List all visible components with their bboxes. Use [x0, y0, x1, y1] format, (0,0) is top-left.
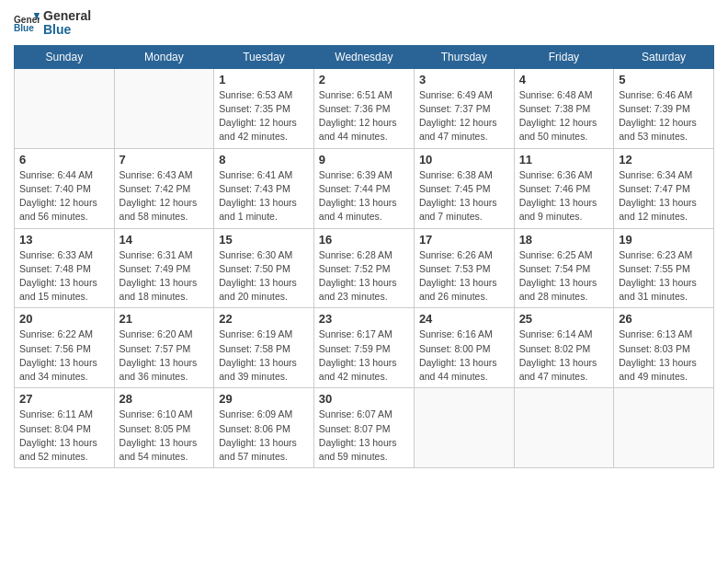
- day-info: Sunrise: 6:30 AM Sunset: 7:50 PM Dayligh…: [219, 248, 309, 304]
- calendar-cell: [514, 388, 614, 468]
- day-info: Sunrise: 6:46 AM Sunset: 7:39 PM Dayligh…: [619, 88, 709, 144]
- day-info: Sunrise: 6:10 AM Sunset: 8:05 PM Dayligh…: [119, 408, 210, 464]
- day-number: 8: [219, 153, 309, 167]
- day-number: 25: [519, 312, 609, 326]
- day-number: 28: [119, 392, 210, 406]
- day-number: 6: [19, 153, 109, 167]
- calendar-cell: 24Sunrise: 6:16 AM Sunset: 8:00 PM Dayli…: [414, 308, 514, 388]
- svg-text:Blue: Blue: [14, 24, 34, 34]
- logo-blue: Blue: [43, 23, 91, 37]
- calendar-cell: 25Sunrise: 6:14 AM Sunset: 8:02 PM Dayli…: [514, 308, 614, 388]
- day-number: 11: [519, 153, 609, 167]
- day-number: 5: [619, 73, 709, 86]
- weekday-header-monday: Monday: [114, 45, 214, 68]
- weekday-header-tuesday: Tuesday: [214, 45, 314, 68]
- day-number: 3: [419, 73, 509, 86]
- day-info: Sunrise: 6:41 AM Sunset: 7:43 PM Dayligh…: [219, 168, 309, 224]
- calendar-cell: 5Sunrise: 6:46 AM Sunset: 7:39 PM Daylig…: [614, 68, 714, 148]
- day-number: 9: [319, 153, 409, 167]
- calendar-cell: 26Sunrise: 6:13 AM Sunset: 8:03 PM Dayli…: [614, 308, 714, 388]
- week-row-3: 13Sunrise: 6:33 AM Sunset: 7:48 PM Dayli…: [15, 228, 714, 308]
- day-number: 4: [519, 73, 609, 86]
- calendar-cell: 20Sunrise: 6:22 AM Sunset: 7:56 PM Dayli…: [15, 308, 115, 388]
- day-info: Sunrise: 6:39 AM Sunset: 7:44 PM Dayligh…: [319, 168, 409, 224]
- day-number: 29: [219, 392, 309, 406]
- day-info: Sunrise: 6:17 AM Sunset: 7:59 PM Dayligh…: [319, 327, 409, 384]
- calendar-cell: 2Sunrise: 6:51 AM Sunset: 7:36 PM Daylig…: [313, 68, 414, 148]
- day-number: 16: [319, 233, 409, 247]
- day-info: Sunrise: 6:34 AM Sunset: 7:47 PM Dayligh…: [619, 168, 709, 224]
- calendar-cell: [414, 388, 514, 468]
- logo: General Blue General Blue: [14, 9, 91, 38]
- day-info: Sunrise: 6:51 AM Sunset: 7:36 PM Dayligh…: [319, 88, 409, 144]
- weekday-header-row: SundayMondayTuesdayWednesdayThursdayFrid…: [15, 45, 714, 68]
- logo-icon: General Blue: [14, 10, 40, 36]
- day-number: 13: [19, 233, 109, 247]
- week-row-5: 27Sunrise: 6:11 AM Sunset: 8:04 PM Dayli…: [15, 388, 714, 468]
- day-info: Sunrise: 6:43 AM Sunset: 7:42 PM Dayligh…: [119, 168, 210, 224]
- day-number: 14: [119, 233, 210, 247]
- day-info: Sunrise: 6:38 AM Sunset: 7:45 PM Dayligh…: [419, 168, 509, 224]
- day-number: 2: [319, 73, 409, 86]
- day-number: 22: [219, 312, 309, 326]
- calendar-cell: 6Sunrise: 6:44 AM Sunset: 7:40 PM Daylig…: [15, 148, 115, 228]
- calendar-cell: 23Sunrise: 6:17 AM Sunset: 7:59 PM Dayli…: [313, 308, 414, 388]
- day-number: 20: [19, 312, 109, 326]
- calendar-cell: 16Sunrise: 6:28 AM Sunset: 7:52 PM Dayli…: [313, 228, 414, 308]
- calendar-cell: 8Sunrise: 6:41 AM Sunset: 7:43 PM Daylig…: [214, 148, 314, 228]
- day-number: 1: [219, 73, 309, 86]
- day-info: Sunrise: 6:28 AM Sunset: 7:52 PM Dayligh…: [319, 248, 409, 304]
- weekday-header-wednesday: Wednesday: [313, 45, 414, 68]
- day-info: Sunrise: 6:19 AM Sunset: 7:58 PM Dayligh…: [219, 327, 309, 384]
- calendar-cell: 29Sunrise: 6:09 AM Sunset: 8:06 PM Dayli…: [214, 388, 314, 468]
- day-number: 17: [419, 233, 509, 247]
- day-number: 23: [319, 312, 409, 326]
- day-number: 7: [119, 153, 210, 167]
- day-info: Sunrise: 6:26 AM Sunset: 7:53 PM Dayligh…: [419, 248, 509, 304]
- day-info: Sunrise: 6:11 AM Sunset: 8:04 PM Dayligh…: [19, 408, 109, 464]
- calendar-cell: 27Sunrise: 6:11 AM Sunset: 8:04 PM Dayli…: [15, 388, 115, 468]
- calendar-cell: 3Sunrise: 6:49 AM Sunset: 7:37 PM Daylig…: [414, 68, 514, 148]
- calendar-cell: 12Sunrise: 6:34 AM Sunset: 7:47 PM Dayli…: [614, 148, 714, 228]
- day-number: 24: [419, 312, 509, 326]
- calendar-cell: 7Sunrise: 6:43 AM Sunset: 7:42 PM Daylig…: [114, 148, 214, 228]
- day-info: Sunrise: 6:33 AM Sunset: 7:48 PM Dayligh…: [19, 248, 109, 304]
- weekday-header-friday: Friday: [514, 45, 614, 68]
- calendar-cell: 1Sunrise: 6:53 AM Sunset: 7:35 PM Daylig…: [214, 68, 314, 148]
- day-info: Sunrise: 6:09 AM Sunset: 8:06 PM Dayligh…: [219, 408, 309, 464]
- calendar-cell: 10Sunrise: 6:38 AM Sunset: 7:45 PM Dayli…: [414, 148, 514, 228]
- day-info: Sunrise: 6:23 AM Sunset: 7:55 PM Dayligh…: [619, 248, 709, 304]
- calendar-cell: [114, 68, 214, 148]
- day-info: Sunrise: 6:53 AM Sunset: 7:35 PM Dayligh…: [219, 88, 309, 144]
- day-number: 10: [419, 153, 509, 167]
- day-info: Sunrise: 6:20 AM Sunset: 7:57 PM Dayligh…: [119, 327, 210, 384]
- calendar-cell: 13Sunrise: 6:33 AM Sunset: 7:48 PM Dayli…: [15, 228, 115, 308]
- week-row-1: 1Sunrise: 6:53 AM Sunset: 7:35 PM Daylig…: [15, 68, 714, 148]
- day-number: 26: [619, 312, 709, 326]
- day-number: 12: [619, 153, 709, 167]
- weekday-header-thursday: Thursday: [414, 45, 514, 68]
- calendar-cell: 19Sunrise: 6:23 AM Sunset: 7:55 PM Dayli…: [614, 228, 714, 308]
- day-number: 18: [519, 233, 609, 247]
- week-row-2: 6Sunrise: 6:44 AM Sunset: 7:40 PM Daylig…: [15, 148, 714, 228]
- day-info: Sunrise: 6:22 AM Sunset: 7:56 PM Dayligh…: [19, 327, 109, 384]
- day-number: 30: [319, 392, 409, 406]
- day-number: 15: [219, 233, 309, 247]
- day-info: Sunrise: 6:49 AM Sunset: 7:37 PM Dayligh…: [419, 88, 509, 144]
- calendar-cell: [15, 68, 115, 148]
- calendar-cell: 11Sunrise: 6:36 AM Sunset: 7:46 PM Dayli…: [514, 148, 614, 228]
- calendar-cell: 15Sunrise: 6:30 AM Sunset: 7:50 PM Dayli…: [214, 228, 314, 308]
- calendar-cell: 21Sunrise: 6:20 AM Sunset: 7:57 PM Dayli…: [114, 308, 214, 388]
- calendar-table: SundayMondayTuesdayWednesdayThursdayFrid…: [14, 45, 714, 468]
- logo-general: General: [43, 9, 91, 23]
- calendar-cell: 4Sunrise: 6:48 AM Sunset: 7:38 PM Daylig…: [514, 68, 614, 148]
- calendar-cell: 30Sunrise: 6:07 AM Sunset: 8:07 PM Dayli…: [313, 388, 414, 468]
- day-info: Sunrise: 6:44 AM Sunset: 7:40 PM Dayligh…: [19, 168, 109, 224]
- day-info: Sunrise: 6:13 AM Sunset: 8:03 PM Dayligh…: [619, 327, 709, 384]
- calendar-cell: 14Sunrise: 6:31 AM Sunset: 7:49 PM Dayli…: [114, 228, 214, 308]
- calendar-cell: 17Sunrise: 6:26 AM Sunset: 7:53 PM Dayli…: [414, 228, 514, 308]
- day-info: Sunrise: 6:14 AM Sunset: 8:02 PM Dayligh…: [519, 327, 609, 384]
- day-info: Sunrise: 6:16 AM Sunset: 8:00 PM Dayligh…: [419, 327, 509, 384]
- header: General Blue General Blue: [14, 9, 714, 38]
- day-info: Sunrise: 6:31 AM Sunset: 7:49 PM Dayligh…: [119, 248, 210, 304]
